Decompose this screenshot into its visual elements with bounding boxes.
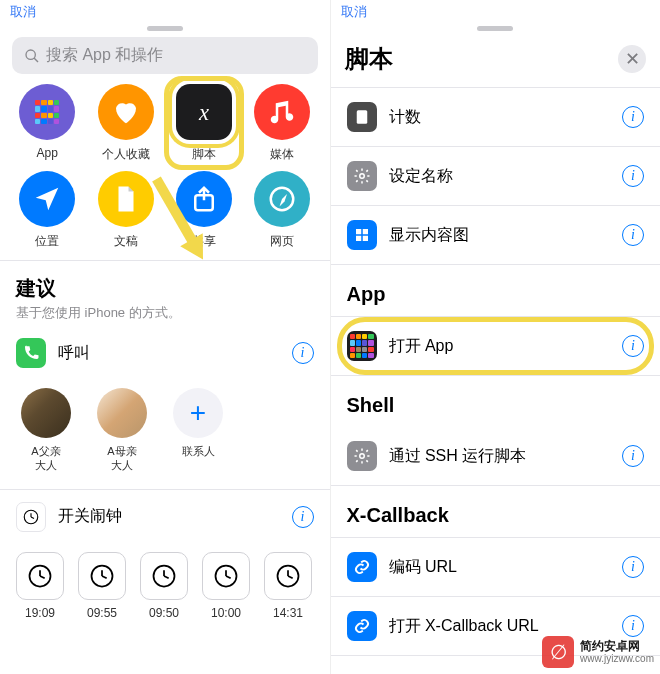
plus-icon: + xyxy=(173,388,223,438)
list-item[interactable]: 编码 URLi xyxy=(331,537,661,597)
info-button[interactable]: i xyxy=(292,506,314,528)
clock-icon xyxy=(264,552,312,600)
share-icon xyxy=(176,171,232,227)
left-panel: 取消 搜索 App 和操作 App个人收藏脚本媒体位置文稿共享网页 建议 基于您… xyxy=(0,0,331,674)
gear-icon xyxy=(347,441,377,471)
list-item[interactable]: 显示内容图i xyxy=(331,206,661,265)
section-shell-title: Shell xyxy=(331,376,661,427)
section-app-title: App xyxy=(331,265,661,316)
category-label: 共享 xyxy=(192,233,216,250)
sheet-grabber[interactable] xyxy=(0,24,330,37)
category-document[interactable]: 文稿 xyxy=(88,171,162,250)
category-grid: App个人收藏脚本媒体位置文稿共享网页 xyxy=(0,84,330,260)
add-contact-button[interactable]: +联系人 xyxy=(168,388,228,473)
info-button[interactable]: i xyxy=(622,556,644,578)
search-input[interactable]: 搜索 App 和操作 xyxy=(12,37,318,74)
alarm-time-label: 19:09 xyxy=(25,606,55,620)
watermark-text: 简约安卓网 xyxy=(580,639,654,653)
cancel-link[interactable]: 取消 xyxy=(331,0,661,24)
apps-icon xyxy=(347,331,377,361)
music-icon xyxy=(254,84,310,140)
category-safari[interactable]: 网页 xyxy=(245,171,319,250)
sheet-grabber[interactable] xyxy=(331,24,661,37)
call-row[interactable]: 呼叫 i xyxy=(0,326,330,380)
close-button[interactable]: ✕ xyxy=(618,45,646,73)
safari-icon xyxy=(254,171,310,227)
ssh-row[interactable]: 通过 SSH 运行脚本 i xyxy=(331,427,661,486)
ssh-label: 通过 SSH 运行脚本 xyxy=(389,446,611,467)
contact-label: A父亲大人 xyxy=(31,444,60,473)
category-share[interactable]: 共享 xyxy=(167,171,241,250)
info-button[interactable]: i xyxy=(622,106,644,128)
info-button[interactable]: i xyxy=(292,342,314,364)
contact-label: 联系人 xyxy=(182,444,215,458)
avatar xyxy=(21,388,71,438)
category-script[interactable]: 脚本 xyxy=(167,84,241,163)
avatar xyxy=(97,388,147,438)
contact-label: A母亲大人 xyxy=(107,444,136,473)
info-button[interactable]: i xyxy=(622,445,644,467)
page-title: 脚本 xyxy=(345,43,393,75)
info-button[interactable]: i xyxy=(622,335,644,357)
category-label: 文稿 xyxy=(114,233,138,250)
category-heart[interactable]: 个人收藏 xyxy=(88,84,162,163)
category-label: 位置 xyxy=(35,233,59,250)
open-app-row[interactable]: 打开 App i xyxy=(331,316,661,376)
info-button[interactable]: i xyxy=(622,615,644,637)
alarm-item[interactable]: 10:00 xyxy=(202,552,250,620)
contact-item[interactable]: A父亲大人 xyxy=(16,388,76,473)
list-item[interactable]: 设定名称i xyxy=(331,147,661,206)
alarm-item[interactable]: 09:50 xyxy=(140,552,188,620)
alarm-item[interactable]: 14:31 xyxy=(264,552,312,620)
item-label: 编码 URL xyxy=(389,557,611,578)
info-button[interactable]: i xyxy=(622,165,644,187)
script-icon xyxy=(176,84,232,140)
category-label: 网页 xyxy=(270,233,294,250)
category-music[interactable]: 媒体 xyxy=(245,84,319,163)
alarm-time-label: 09:50 xyxy=(149,606,179,620)
category-label: App xyxy=(37,146,58,160)
clock-icon xyxy=(140,552,188,600)
alarm-item[interactable]: 09:55 xyxy=(78,552,126,620)
contact-item[interactable]: A母亲大人 xyxy=(92,388,152,473)
suggestions-section: 建议 基于您使用 iPhone 的方式。 xyxy=(0,260,330,326)
category-label: 媒体 xyxy=(270,146,294,163)
call-label: 呼叫 xyxy=(58,343,280,364)
watermark-url: www.jyizww.com xyxy=(580,653,654,665)
suggestions-subtitle: 基于您使用 iPhone 的方式。 xyxy=(16,304,314,322)
alarm-label: 开关闹钟 xyxy=(58,506,280,527)
alarm-row[interactable]: 开关闹钟 i xyxy=(0,489,330,544)
android-icon: ∅ xyxy=(542,636,574,668)
alarm-item[interactable]: 19:09 xyxy=(16,552,64,620)
heart-icon xyxy=(98,84,154,140)
cancel-link[interactable]: 取消 xyxy=(0,0,330,24)
category-label: 脚本 xyxy=(192,146,216,163)
alarm-times-row: 19:0909:5509:5010:0014:31 xyxy=(0,544,330,628)
right-panel: 取消 脚本 ✕ 计数i设定名称i显示内容图i App 打开 App i xyxy=(331,0,661,674)
section-xcb-title: X-Callback xyxy=(331,486,661,537)
item-label: 显示内容图 xyxy=(389,225,611,246)
layout-icon xyxy=(347,220,377,250)
alarm-time-label: 10:00 xyxy=(211,606,241,620)
list-item[interactable]: 计数i xyxy=(331,87,661,147)
location-icon xyxy=(19,171,75,227)
document-icon xyxy=(98,171,154,227)
link-icon xyxy=(347,552,377,582)
link-icon xyxy=(347,611,377,641)
search-icon xyxy=(24,48,40,64)
category-apps[interactable]: App xyxy=(10,84,84,163)
phone-icon xyxy=(16,338,46,368)
info-button[interactable]: i xyxy=(622,224,644,246)
alarm-time-label: 09:55 xyxy=(87,606,117,620)
search-placeholder: 搜索 App 和操作 xyxy=(46,45,163,66)
contacts-row: A父亲大人A母亲大人+联系人 xyxy=(0,380,330,489)
clock-icon xyxy=(16,502,46,532)
category-location[interactable]: 位置 xyxy=(10,171,84,250)
apps-icon xyxy=(19,84,75,140)
item-label: 计数 xyxy=(389,107,611,128)
category-label: 个人收藏 xyxy=(102,146,150,163)
alarm-time-label: 14:31 xyxy=(273,606,303,620)
item-label: 设定名称 xyxy=(389,166,611,187)
open-app-label: 打开 App xyxy=(389,336,611,357)
gear-icon xyxy=(347,161,377,191)
